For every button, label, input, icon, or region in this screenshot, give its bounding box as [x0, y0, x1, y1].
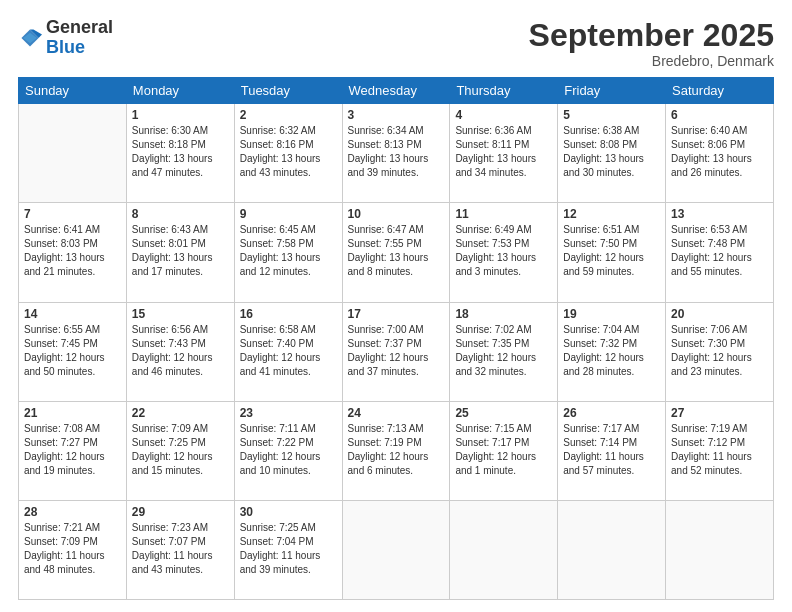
day-info: Sunrise: 6:47 AM Sunset: 7:55 PM Dayligh…: [348, 223, 445, 279]
day-number: 4: [455, 108, 552, 122]
col-saturday: Saturday: [666, 78, 774, 104]
logo-icon: [18, 26, 42, 50]
day-number: 15: [132, 307, 229, 321]
table-row: 17 Sunrise: 7:00 AM Sunset: 7:37 PM Dayl…: [342, 302, 450, 401]
sunset-label: Sunset: 7:27 PM: [24, 437, 98, 448]
day-info: Sunrise: 7:09 AM Sunset: 7:25 PM Dayligh…: [132, 422, 229, 478]
sunset-label: Sunset: 7:32 PM: [563, 338, 637, 349]
day-number: 12: [563, 207, 660, 221]
day-number: 18: [455, 307, 552, 321]
daylight-label: Daylight: 12 hours and 41 minutes.: [240, 352, 321, 377]
sunset-label: Sunset: 7:30 PM: [671, 338, 745, 349]
sunset-label: Sunset: 7:22 PM: [240, 437, 314, 448]
table-row: 13 Sunrise: 6:53 AM Sunset: 7:48 PM Dayl…: [666, 203, 774, 302]
table-row: 29 Sunrise: 7:23 AM Sunset: 7:07 PM Dayl…: [126, 500, 234, 599]
daylight-label: Daylight: 12 hours and 50 minutes.: [24, 352, 105, 377]
daylight-label: Daylight: 13 hours and 3 minutes.: [455, 252, 536, 277]
sunset-label: Sunset: 8:18 PM: [132, 139, 206, 150]
sunrise-label: Sunrise: 7:06 AM: [671, 324, 747, 335]
table-row: 2 Sunrise: 6:32 AM Sunset: 8:16 PM Dayli…: [234, 104, 342, 203]
table-row: 23 Sunrise: 7:11 AM Sunset: 7:22 PM Dayl…: [234, 401, 342, 500]
day-info: Sunrise: 6:36 AM Sunset: 8:11 PM Dayligh…: [455, 124, 552, 180]
sunrise-label: Sunrise: 7:17 AM: [563, 423, 639, 434]
day-number: 29: [132, 505, 229, 519]
table-row: [666, 500, 774, 599]
location: Bredebro, Denmark: [529, 53, 774, 69]
sunset-label: Sunset: 8:16 PM: [240, 139, 314, 150]
day-info: Sunrise: 7:13 AM Sunset: 7:19 PM Dayligh…: [348, 422, 445, 478]
table-row: 18 Sunrise: 7:02 AM Sunset: 7:35 PM Dayl…: [450, 302, 558, 401]
sunset-label: Sunset: 7:19 PM: [348, 437, 422, 448]
table-row: 20 Sunrise: 7:06 AM Sunset: 7:30 PM Dayl…: [666, 302, 774, 401]
daylight-label: Daylight: 13 hours and 43 minutes.: [240, 153, 321, 178]
daylight-label: Daylight: 13 hours and 21 minutes.: [24, 252, 105, 277]
sunrise-label: Sunrise: 6:55 AM: [24, 324, 100, 335]
table-row: 9 Sunrise: 6:45 AM Sunset: 7:58 PM Dayli…: [234, 203, 342, 302]
table-row: 4 Sunrise: 6:36 AM Sunset: 8:11 PM Dayli…: [450, 104, 558, 203]
table-row: 6 Sunrise: 6:40 AM Sunset: 8:06 PM Dayli…: [666, 104, 774, 203]
sunrise-label: Sunrise: 6:45 AM: [240, 224, 316, 235]
sunrise-label: Sunrise: 6:43 AM: [132, 224, 208, 235]
table-row: [19, 104, 127, 203]
sunrise-label: Sunrise: 7:02 AM: [455, 324, 531, 335]
sunrise-label: Sunrise: 6:47 AM: [348, 224, 424, 235]
table-row: 3 Sunrise: 6:34 AM Sunset: 8:13 PM Dayli…: [342, 104, 450, 203]
daylight-label: Daylight: 13 hours and 8 minutes.: [348, 252, 429, 277]
sunset-label: Sunset: 7:14 PM: [563, 437, 637, 448]
day-number: 16: [240, 307, 337, 321]
table-row: 25 Sunrise: 7:15 AM Sunset: 7:17 PM Dayl…: [450, 401, 558, 500]
calendar-week-row: 28 Sunrise: 7:21 AM Sunset: 7:09 PM Dayl…: [19, 500, 774, 599]
table-row: 19 Sunrise: 7:04 AM Sunset: 7:32 PM Dayl…: [558, 302, 666, 401]
daylight-label: Daylight: 12 hours and 28 minutes.: [563, 352, 644, 377]
daylight-label: Daylight: 12 hours and 10 minutes.: [240, 451, 321, 476]
daylight-label: Daylight: 11 hours and 43 minutes.: [132, 550, 213, 575]
sunrise-label: Sunrise: 6:56 AM: [132, 324, 208, 335]
sunrise-label: Sunrise: 6:53 AM: [671, 224, 747, 235]
sunset-label: Sunset: 8:08 PM: [563, 139, 637, 150]
day-info: Sunrise: 6:56 AM Sunset: 7:43 PM Dayligh…: [132, 323, 229, 379]
sunrise-label: Sunrise: 6:32 AM: [240, 125, 316, 136]
table-row: 21 Sunrise: 7:08 AM Sunset: 7:27 PM Dayl…: [19, 401, 127, 500]
sunrise-label: Sunrise: 6:51 AM: [563, 224, 639, 235]
sunrise-label: Sunrise: 7:13 AM: [348, 423, 424, 434]
table-row: 14 Sunrise: 6:55 AM Sunset: 7:45 PM Dayl…: [19, 302, 127, 401]
day-info: Sunrise: 7:19 AM Sunset: 7:12 PM Dayligh…: [671, 422, 768, 478]
day-number: 7: [24, 207, 121, 221]
day-info: Sunrise: 6:55 AM Sunset: 7:45 PM Dayligh…: [24, 323, 121, 379]
day-number: 8: [132, 207, 229, 221]
calendar-week-row: 7 Sunrise: 6:41 AM Sunset: 8:03 PM Dayli…: [19, 203, 774, 302]
day-number: 27: [671, 406, 768, 420]
sunrise-label: Sunrise: 7:04 AM: [563, 324, 639, 335]
logo-blue-text: Blue: [46, 37, 85, 57]
sunset-label: Sunset: 7:43 PM: [132, 338, 206, 349]
day-info: Sunrise: 7:23 AM Sunset: 7:07 PM Dayligh…: [132, 521, 229, 577]
col-wednesday: Wednesday: [342, 78, 450, 104]
logo: General Blue: [18, 18, 113, 58]
day-number: 13: [671, 207, 768, 221]
day-info: Sunrise: 6:45 AM Sunset: 7:58 PM Dayligh…: [240, 223, 337, 279]
sunset-label: Sunset: 8:13 PM: [348, 139, 422, 150]
day-info: Sunrise: 7:04 AM Sunset: 7:32 PM Dayligh…: [563, 323, 660, 379]
sunrise-label: Sunrise: 6:34 AM: [348, 125, 424, 136]
daylight-label: Daylight: 13 hours and 47 minutes.: [132, 153, 213, 178]
daylight-label: Daylight: 12 hours and 55 minutes.: [671, 252, 752, 277]
table-row: 22 Sunrise: 7:09 AM Sunset: 7:25 PM Dayl…: [126, 401, 234, 500]
day-info: Sunrise: 6:53 AM Sunset: 7:48 PM Dayligh…: [671, 223, 768, 279]
day-info: Sunrise: 6:40 AM Sunset: 8:06 PM Dayligh…: [671, 124, 768, 180]
title-area: September 2025 Bredebro, Denmark: [529, 18, 774, 69]
day-info: Sunrise: 6:34 AM Sunset: 8:13 PM Dayligh…: [348, 124, 445, 180]
daylight-label: Daylight: 12 hours and 46 minutes.: [132, 352, 213, 377]
sunrise-label: Sunrise: 7:23 AM: [132, 522, 208, 533]
day-number: 30: [240, 505, 337, 519]
day-number: 1: [132, 108, 229, 122]
sunset-label: Sunset: 7:04 PM: [240, 536, 314, 547]
daylight-label: Daylight: 13 hours and 12 minutes.: [240, 252, 321, 277]
sunset-label: Sunset: 7:35 PM: [455, 338, 529, 349]
sunrise-label: Sunrise: 7:19 AM: [671, 423, 747, 434]
day-number: 14: [24, 307, 121, 321]
sunset-label: Sunset: 7:09 PM: [24, 536, 98, 547]
table-row: 16 Sunrise: 6:58 AM Sunset: 7:40 PM Dayl…: [234, 302, 342, 401]
daylight-label: Daylight: 12 hours and 32 minutes.: [455, 352, 536, 377]
calendar-header-row: Sunday Monday Tuesday Wednesday Thursday…: [19, 78, 774, 104]
page: General Blue September 2025 Bredebro, De…: [0, 0, 792, 612]
